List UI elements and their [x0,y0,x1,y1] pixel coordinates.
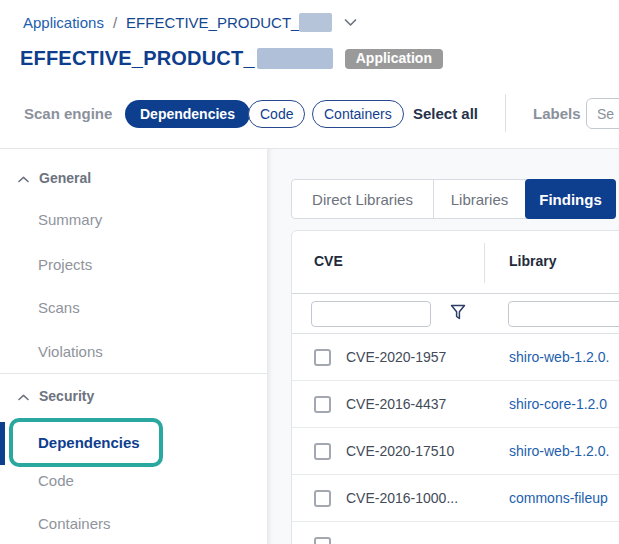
column-header-library[interactable]: Library [509,253,556,269]
scan-engine-pill-containers[interactable]: Containers [312,100,404,128]
row-select-checkbox[interactable] [314,443,331,460]
cve-cell: CVE-2016-1000... [346,490,492,506]
findings-table: CVE Library CVE-2020-1957 shiro-web-1.2.… [291,230,619,544]
tab-libraries[interactable]: Libraries [433,180,525,218]
libraries-tab-group: Direct Libraries Libraries Findings [291,179,616,219]
sidebar-item-dependencies[interactable]: Dependencies [38,434,140,451]
active-item-indicator [0,422,5,465]
cve-filter-input[interactable] [311,301,431,327]
tab-findings[interactable]: Findings [525,179,616,219]
cve-cell: CVE-2020-1957 [346,349,492,365]
column-separator [484,243,485,283]
main-content: Direct Libraries Libraries Findings CVE … [267,149,619,544]
labels-search-input[interactable] [586,98,619,129]
table-row: CVE-2016-4437 shiro-core-1.2.0 [292,381,619,428]
row-select-checkbox[interactable] [314,396,331,413]
cve-cell: CVE-2020-17510 [346,443,492,459]
sidebar-item-summary[interactable]: Summary [38,210,102,230]
sidebar-item-code[interactable]: Code [38,471,74,491]
scan-engine-label: Scan engine [24,105,112,122]
library-link[interactable]: shiro-core-1.2.0 [509,396,607,412]
library-link[interactable]: commons-fileup [509,490,608,506]
chevron-up-icon [18,169,29,187]
library-link[interactable]: shiro-web-1.2.0. [509,443,609,459]
sidebar-section-label: Security [39,388,94,404]
scan-engine-pill-code[interactable]: Code [248,100,305,128]
chevron-up-icon [18,387,29,405]
sidebar-section-label: General [39,170,91,186]
table-row: CVE-2020-1957 shiro-web-1.2.0. [292,334,619,381]
library-filter-input[interactable] [508,301,619,327]
vertical-divider [505,94,506,132]
dependencies-highlight-annotation: Dependencies [9,418,163,467]
sidebar-divider [0,373,267,374]
table-header-row: CVE Library [292,231,619,294]
scan-engine-bar: Scan engine Dependencies Code Containers… [0,0,619,149]
table-filter-row [292,294,619,334]
row-select-checkbox[interactable] [314,490,331,507]
select-all-button[interactable]: Select all [413,105,478,122]
table-row-partial [292,522,619,544]
sidebar-item-containers[interactable]: Containers [38,514,111,534]
sidebar-item-projects[interactable]: Projects [38,255,92,275]
scan-engine-pill-dependencies[interactable]: Dependencies [125,100,250,128]
sidebar: General Summary Projects Scans Violation… [0,149,267,544]
row-select-checkbox[interactable] [314,537,331,544]
sidebar-item-scans[interactable]: Scans [38,298,80,318]
page-header: Applications / EFFECTIVE_PRODUCT_ EFFECT… [0,0,619,149]
sidebar-section-general[interactable]: General [18,169,91,187]
cve-cell: CVE-2016-4437 [346,396,492,412]
table-row: CVE-2016-1000... commons-fileup [292,475,619,522]
sidebar-section-security[interactable]: Security [18,387,94,405]
labels-label: Labels [533,105,581,122]
column-header-cve[interactable]: CVE [314,253,343,269]
tab-direct-libraries[interactable]: Direct Libraries [292,180,433,218]
sidebar-item-violations[interactable]: Violations [38,342,103,362]
filter-funnel-icon[interactable] [450,304,466,321]
row-select-checkbox[interactable] [314,349,331,366]
table-row: CVE-2020-17510 shiro-web-1.2.0. [292,428,619,475]
library-link[interactable]: shiro-web-1.2.0. [509,349,609,365]
